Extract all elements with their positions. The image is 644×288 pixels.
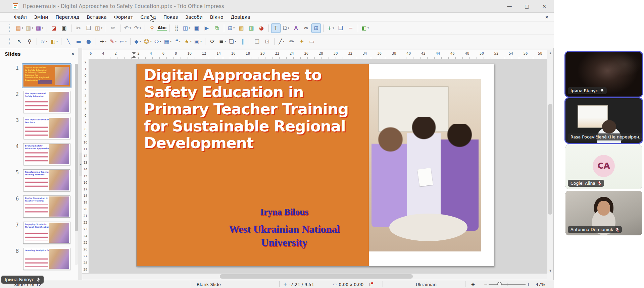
slide-editing-surface[interactable]: Digital Approaches to Safety Education i… — [136, 64, 494, 267]
fit-slide-button[interactable]: ✚ — [471, 280, 475, 288]
cut-button[interactable]: ✂▾ — [74, 23, 83, 33]
find-replace-button[interactable]: ⚲▾ — [147, 23, 157, 33]
close-button[interactable]: ✕ — [536, 0, 553, 13]
crop-image-button[interactable]: ⊡▾ — [262, 37, 272, 46]
curve-button[interactable]: ✎▾ — [108, 37, 118, 46]
horizontal-scrollbar[interactable] — [82, 273, 547, 279]
zoom-slider[interactable]: − + — [483, 280, 531, 288]
slide-thumbnail-5[interactable]: 5 Transforming Teacher Training Methods — [0, 166, 75, 192]
scroll-down-arrow-icon[interactable]: ▼ — [547, 268, 553, 273]
filter-button[interactable]: ╱▾ — [277, 37, 286, 46]
slides-panel-scrollbar[interactable] — [75, 64, 78, 265]
rotate-button[interactable]: ⟳▾ — [208, 37, 217, 46]
distribute-button[interactable]: ∥▾ — [238, 37, 247, 46]
align-objects-button[interactable]: ≡▾ — [218, 37, 227, 46]
menu-window[interactable]: Вікно — [206, 13, 227, 21]
display-views-button[interactable]: ⊞▾ — [311, 23, 321, 33]
new-slide-button[interactable]: +▾ — [326, 23, 335, 33]
maximize-button[interactable]: ▢ — [518, 0, 536, 13]
fill-color-button[interactable]: ◧▾ — [49, 37, 59, 46]
duplicate-slide-button[interactable]: ❏▾ — [336, 23, 345, 33]
symbol-shapes-button[interactable]: ☺▾ — [143, 37, 152, 46]
slide-thumbnail-6[interactable]: 6 Digital Simulation in Teacher Training — [0, 192, 75, 219]
panel-collapse-handle[interactable]: ◂ — [79, 153, 82, 176]
edit-points-button[interactable]: ✏▾ — [287, 37, 296, 46]
menu-tools[interactable]: Засоби — [182, 13, 206, 21]
copy-button[interactable]: ❏▾ — [84, 23, 93, 33]
close-document-button[interactable]: ✕ — [543, 14, 550, 20]
basic-shapes-button[interactable]: ◆▾ — [133, 37, 142, 46]
paste-button[interactable]: ◫▾ — [94, 23, 103, 33]
stars-banners-button[interactable]: ★▾ — [183, 37, 193, 46]
slide-thumbnail-7[interactable]: 7 Engaging Students Through Gamification — [0, 219, 75, 245]
slide-thumbnail-2[interactable]: 2 The Importance of Safety Education — [0, 88, 75, 114]
special-character-button[interactable]: Ω▾ — [281, 23, 291, 33]
zoom-out-icon[interactable]: − — [484, 282, 488, 287]
slide-thumbnail-8[interactable]: 8 Learning Analytics for — [0, 245, 75, 271]
menu-format[interactable]: Формат — [110, 13, 137, 21]
open-button[interactable]: ▥▾ — [25, 23, 34, 33]
redo-button[interactable]: ↷▾ — [133, 23, 142, 33]
menu-slide[interactable]: Слайд — [137, 13, 160, 21]
undo-button[interactable]: ↶▾ — [123, 23, 132, 33]
scrollbar-thumb[interactable] — [75, 64, 78, 231]
zoom-slider-thumb[interactable] — [497, 282, 502, 286]
toggle-extrusion-button[interactable]: ▭▾ — [307, 37, 316, 46]
participant-tile-cogiel-alina[interactable]: CA Cogiel Alina — [565, 145, 642, 189]
clone-formatting-button[interactable]: ✑▾ — [108, 23, 118, 33]
select-button[interactable]: ↖▾ — [15, 37, 24, 46]
connector-button[interactable]: ⌐▾ — [118, 37, 128, 46]
delete-slide-button[interactable]: −▾ — [346, 23, 355, 33]
minimize-button[interactable]: — — [501, 0, 518, 13]
print-button[interactable]: ▣▾ — [59, 23, 69, 33]
menu-edit[interactable]: Зміни — [31, 13, 52, 21]
vertical-scrollbar[interactable]: ▲ ▼ — [547, 50, 553, 273]
scrollbar-thumb[interactable] — [548, 104, 552, 215]
display-grid-button[interactable]: ⣿▾ — [172, 23, 181, 33]
slide-layout-button[interactable]: ◧▾ — [360, 23, 370, 33]
insert-chart-button[interactable]: ◕▾ — [257, 23, 266, 33]
menu-slideshow[interactable]: Показ — [160, 13, 182, 21]
slide-thumbnail-3[interactable]: 3 The Impact of Primary Teachers — [0, 114, 75, 140]
insert-image-button[interactable]: ▨▾ — [237, 23, 246, 33]
callout-shapes-button[interactable]: ❝▾ — [173, 37, 183, 46]
menu-help[interactable]: Довідка — [227, 13, 254, 21]
slide-thumbnail-4[interactable]: 4 Evolving Safety Education Approaches — [0, 140, 75, 166]
menu-view[interactable]: Перегляд — [52, 13, 83, 21]
three-d-objects-button[interactable]: ▣▾ — [193, 37, 203, 46]
insert-line-button[interactable]: ╲▾ — [64, 37, 73, 46]
start-slideshow-button[interactable]: ▶▾ — [202, 23, 211, 33]
ruler-indent-marker[interactable] — [132, 52, 136, 55]
layout-name[interactable]: Blank Slide — [197, 280, 221, 288]
ellipse-button[interactable]: ●▾ — [84, 37, 93, 46]
document-modified-cell[interactable]: ▯✱ — [369, 280, 374, 288]
menu-file[interactable]: Файл — [10, 13, 31, 21]
slide-thumbnail-1[interactable]: 1 Digital Approaches to Safety Education… — [0, 62, 75, 88]
shadow-button[interactable]: ❏▾ — [252, 37, 262, 46]
zoom-pan-button[interactable]: ⚲▾ — [25, 37, 34, 46]
insert-text-box-button[interactable]: T▾ — [271, 23, 281, 33]
spell-check-button[interactable]: Abc▾ — [157, 23, 167, 33]
presenter-console-button[interactable]: ⧉▾ — [212, 23, 221, 33]
hyperlink-button[interactable]: ∞▾ — [301, 23, 311, 33]
menu-insert[interactable]: Вставка — [83, 13, 110, 21]
arrange-button[interactable]: ❏▾ — [228, 37, 237, 46]
flowchart-button[interactable]: ▦▾ — [163, 37, 172, 46]
scrollbar-thumb[interactable] — [220, 274, 413, 279]
zoom-in-icon[interactable]: + — [527, 282, 530, 287]
master-slide-button[interactable]: ◫▾ — [182, 23, 191, 33]
new-presentation-button[interactable]: ▤▾ — [15, 23, 24, 33]
glue-points-button[interactable]: ✦▾ — [297, 37, 306, 46]
insert-table-button[interactable]: ⊞▾ — [227, 23, 236, 33]
display-mode-button[interactable]: ▣▾ — [192, 23, 201, 33]
participant-tile-antonina-demianiuk[interactable]: Antonina Demianiuk — [565, 191, 642, 235]
participant-tile-rasa-poceviciene[interactable]: Rasa Pocevičienė (Не перевірен… — [565, 98, 642, 143]
save-button[interactable]: ▦▾ — [35, 23, 44, 33]
participant-tile-iryna-bilous[interactable]: Ірина Білоус — [565, 52, 642, 97]
export-pdf-button[interactable]: ◪▾ — [49, 23, 59, 33]
language-selector[interactable]: Ukrainian — [406, 280, 446, 288]
lines-arrows-button[interactable]: →▾ — [98, 37, 108, 46]
line-color-button[interactable]: ≈▾ — [39, 37, 49, 46]
slides-panel-close-icon[interactable]: ✕ — [71, 52, 75, 56]
zoom-percent[interactable]: 47% — [536, 280, 545, 288]
